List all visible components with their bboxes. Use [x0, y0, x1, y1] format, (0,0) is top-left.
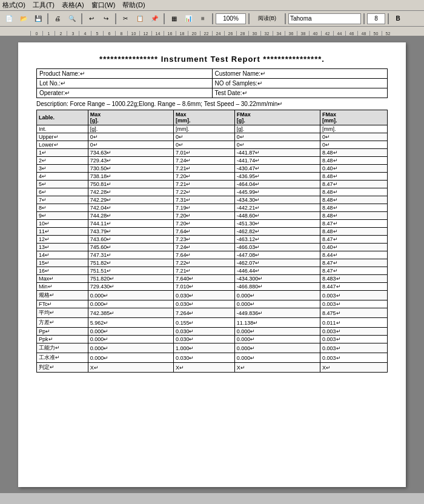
cell-26-4: 0.003↵: [320, 336, 388, 343]
font-size-input[interactable]: [367, 13, 385, 24]
menu-tools[interactable]: 工具(T): [33, 1, 55, 10]
menu-format[interactable]: 格式(O): [2, 1, 25, 10]
ruler-17: 28: [236, 31, 248, 36]
save-btn[interactable]: 💾: [31, 13, 45, 25]
ruler-19: 32: [260, 31, 273, 36]
font-input[interactable]: [288, 13, 361, 24]
cell-23-3: -449.836↵: [234, 308, 320, 318]
zoom-input[interactable]: [216, 13, 246, 24]
ruler-18: 30: [248, 31, 260, 36]
bold-btn[interactable]: B: [391, 13, 405, 25]
menu-table[interactable]: 表格(A): [62, 1, 84, 10]
cell-2-2: 0↵: [173, 141, 234, 149]
new-btn[interactable]: 📄: [2, 13, 16, 25]
table-row: 4↵738.18↵7.20↵-436.95↵8.48↵: [37, 173, 388, 181]
cell-10-4: 8.48↵: [320, 204, 388, 212]
cell-7-4: 8.47↵: [320, 181, 388, 188]
cell-29-1: X↵: [88, 363, 173, 373]
cell-11-2: 7.20↵: [173, 212, 234, 220]
ruler-23: 40: [309, 31, 321, 36]
undo-btn[interactable]: ↩: [85, 13, 98, 25]
copy-btn[interactable]: 📋: [133, 13, 147, 25]
cell-26-0: Ppk↵: [37, 336, 88, 343]
sep7: [285, 13, 286, 24]
cell-15-1: 745.60↵: [88, 244, 173, 251]
table-row: 16↵751.51↵7.21↵-446.44↵8.47↵: [37, 267, 388, 275]
cell-23-2: 7.264↵: [173, 308, 234, 318]
cell-9-4: 8.48↵: [320, 196, 388, 204]
table-row: Ppk↵0.000↵0.030↵0.000↵0.003↵: [37, 336, 388, 343]
cell-25-4: 0.003↵: [320, 328, 388, 336]
cell-28-0: 工水准↵: [37, 353, 88, 363]
cell-15-0: 13↵: [37, 244, 88, 251]
preview-btn[interactable]: 🔍: [65, 13, 79, 25]
sep2: [81, 13, 82, 24]
ruler: 0 1 2 3 4 5 6 8 10 12 14 16 18 20 22 24 …: [0, 27, 424, 36]
table-row: 10↵744.11↵7.20↵-451.30↵8.47↵: [37, 220, 388, 228]
cell-12-3: -451.30↵: [234, 220, 320, 228]
paste-btn[interactable]: 📌: [148, 13, 161, 25]
cell-20-3: -466.880↵: [234, 283, 320, 291]
th-fmax-g: FMax[g].: [234, 110, 320, 125]
cell-4-4: 8.48↵: [320, 157, 388, 165]
redo-btn[interactable]: ↪: [99, 13, 113, 25]
cell-14-4: 8.47↵: [320, 236, 388, 244]
table-row: 9↵744.28↵7.20↵-448.60↵8.48↵: [37, 212, 388, 220]
cell-27-2: 1.000↵: [173, 343, 234, 353]
cell-14-3: -463.12↵: [234, 236, 320, 244]
cell-19-4: 8.483↵: [320, 275, 388, 283]
cell-15-4: 0.40↵: [320, 244, 388, 251]
cell-29-3: X↵: [234, 363, 320, 373]
chart-btn[interactable]: 📊: [182, 13, 195, 25]
cell-10-3: -442.21↵: [234, 204, 320, 212]
cell-2-4: 0↵: [320, 141, 388, 149]
cell-15-3: -466.03↵: [234, 244, 320, 251]
cell-14-2: 7.23↵: [173, 236, 234, 244]
cell-23-0: 平均↵: [37, 308, 88, 318]
menu-window[interactable]: 窗口(W): [91, 1, 116, 10]
cell-15-2: 7.24↵: [173, 244, 234, 251]
customer-name-cell: Customer Name:↵: [212, 69, 388, 79]
print-btn[interactable]: 🖨: [51, 13, 64, 25]
cell-8-4: 8.48↵: [320, 188, 388, 196]
ruler-0: 0: [30, 31, 42, 36]
ruler-15: 24: [212, 31, 224, 36]
operator-cell: Operater:↵: [37, 88, 213, 98]
sep4: [164, 13, 165, 24]
cell-24-4: 0.011↵: [320, 318, 388, 328]
cell-12-0: 10↵: [37, 220, 88, 228]
table-row: 14↵747.31↵7.64↵-447.08↵8.44↵: [37, 251, 388, 259]
cell-17-2: 7.22↵: [173, 259, 234, 267]
cell-21-0: 规格↵: [37, 291, 88, 300]
table-row: Int.[g].[mm].[g].[mm].: [37, 125, 388, 133]
cell-20-1: 729.430↵: [88, 283, 173, 291]
cell-24-0: 方差↵: [37, 318, 88, 328]
ruler-2: 2: [55, 31, 67, 36]
sep1: [47, 13, 48, 24]
cell-6-4: 8.48↵: [320, 173, 388, 181]
cut-btn[interactable]: ✂: [119, 13, 132, 25]
th-fmax-mm: FMax[mm].: [320, 110, 388, 125]
cell-22-1: 0.000↵: [88, 300, 173, 308]
table-row: FTc↵0.000↵0.030↵0.000↵0.003↵: [37, 300, 388, 308]
cell-23-4: 8.475↵: [320, 308, 388, 318]
report-title: **************** Instrument Test Report …: [36, 55, 388, 64]
cell-3-0: 1↵: [37, 149, 88, 157]
menu-help[interactable]: 帮助(D): [122, 1, 145, 10]
cell-3-4: 8.48↵: [320, 149, 388, 157]
cell-2-1: 0↵: [88, 141, 173, 149]
align-btn[interactable]: ≡: [196, 13, 210, 25]
cell-0-3: [g].: [234, 125, 320, 133]
ruler-13: 20: [188, 31, 200, 36]
table-btn[interactable]: ▦: [167, 13, 181, 25]
cell-25-2: 0.030↵: [173, 328, 234, 336]
cell-11-0: 9↵: [37, 212, 88, 220]
cell-22-0: FTc↵: [37, 300, 88, 308]
view-label[interactable]: 阅读(B): [252, 13, 282, 25]
open-btn[interactable]: 📂: [17, 13, 30, 25]
table-row: 方差↵5.962↵0.155↵11.138↵0.011↵: [37, 318, 388, 328]
cell-22-2: 0.030↵: [173, 300, 234, 308]
cell-20-2: 7.010↵: [173, 283, 234, 291]
cell-27-1: 0.000↵: [88, 343, 173, 353]
sep9: [388, 13, 389, 24]
